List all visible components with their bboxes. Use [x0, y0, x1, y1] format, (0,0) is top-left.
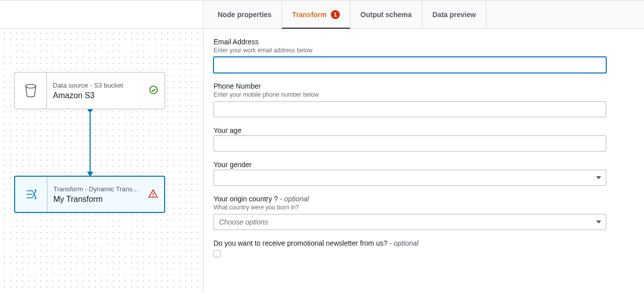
node-name-label: Amazon S3: [53, 91, 159, 100]
details-panel: Node properties Transform 1 Output schem…: [203, 1, 644, 292]
chevron-down-icon: [596, 174, 601, 182]
field-country: Your origin country ? - optional What co…: [213, 195, 634, 230]
newsletter-checkbox[interactable]: [213, 250, 221, 257]
node-amazon-s3[interactable]: Data source - S3 bucket Amazon S3: [14, 72, 165, 109]
chevron-down-icon: [596, 218, 601, 226]
label-text: Do you want to receive promotional newsl…: [213, 239, 388, 247]
select-placeholder: Choose options: [219, 218, 268, 226]
optional-suffix: - optional: [388, 239, 418, 247]
tab-output-schema[interactable]: Output schema: [350, 1, 422, 28]
optional-suffix: - optional: [278, 195, 309, 203]
transform-icon: [15, 177, 47, 212]
field-label: Email Address: [213, 38, 634, 46]
tab-data-preview[interactable]: Data preview: [422, 1, 486, 28]
bucket-icon: [15, 72, 47, 109]
graph-canvas[interactable]: Data source - S3 bucket Amazon S3: [0, 1, 203, 292]
field-label: Do you want to receive promotional newsl…: [213, 239, 634, 247]
country-select[interactable]: Choose options: [213, 214, 606, 230]
svg-point-1: [150, 86, 158, 94]
node-type-label: Transform - Dynamic Trans…: [53, 185, 158, 193]
node-body: Data source - S3 bucket Amazon S3: [47, 72, 165, 109]
layout: Data source - S3 bucket Amazon S3: [0, 1, 644, 292]
label-text: Your origin country ?: [213, 195, 278, 203]
age-input[interactable]: [213, 135, 606, 152]
canvas-header-blank: [0, 1, 203, 29]
tab-bar: Node properties Transform 1 Output schem…: [203, 1, 644, 29]
svg-point-2: [153, 196, 154, 196]
field-label: Your gender: [213, 161, 634, 169]
tab-label: Transform: [292, 11, 326, 19]
field-newsletter: Do you want to receive promotional newsl…: [213, 239, 634, 257]
field-label: Your age: [213, 126, 634, 134]
node-my-transform[interactable]: Transform - Dynamic Trans… My Transform: [14, 176, 165, 213]
tab-transform[interactable]: Transform 1: [282, 1, 350, 28]
tab-node-properties[interactable]: Node properties: [207, 1, 282, 28]
field-hint: Enter your mobile phone number below: [213, 91, 634, 98]
select-display: Choose options: [213, 214, 606, 230]
edge-s3-to-transform: [90, 109, 91, 176]
select-display: [213, 170, 606, 186]
node-type-label: Data source - S3 bucket: [53, 82, 159, 89]
canvas-grid: Data source - S3 bucket Amazon S3: [0, 29, 203, 292]
transform-form: Email Address Enter your work email addr…: [203, 29, 644, 275]
tab-label: Data preview: [433, 11, 476, 19]
warning-triangle-icon: [148, 189, 158, 200]
node-body: Transform - Dynamic Trans… My Transform: [47, 177, 164, 212]
field-label: Your origin country ? - optional: [213, 195, 634, 203]
tab-badge: 1: [331, 10, 340, 19]
field-phone: Phone Number Enter your mobile phone num…: [213, 82, 634, 117]
field-gender: Your gender: [213, 161, 634, 186]
gender-select[interactable]: [213, 170, 606, 186]
node-name-label: My Transform: [53, 195, 158, 204]
tab-label: Output schema: [361, 11, 412, 19]
field-email: Email Address Enter your work email addr…: [213, 38, 634, 73]
check-circle-icon: [149, 85, 159, 97]
email-input[interactable]: [213, 57, 606, 73]
phone-input[interactable]: [213, 101, 606, 117]
field-label: Phone Number: [213, 82, 634, 90]
field-age: Your age: [213, 126, 634, 152]
field-hint: Enter your work email address below: [213, 47, 634, 54]
svg-point-0: [26, 85, 36, 89]
tab-label: Node properties: [218, 11, 271, 19]
field-hint: What country were you born in?: [213, 204, 634, 211]
